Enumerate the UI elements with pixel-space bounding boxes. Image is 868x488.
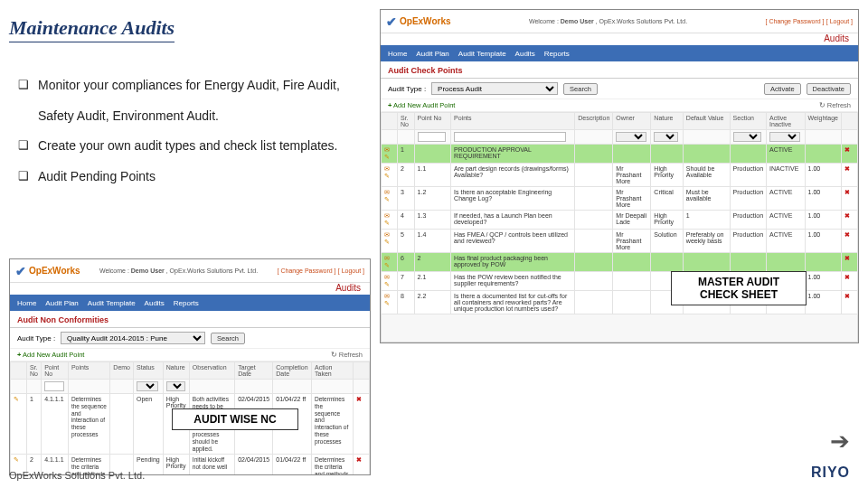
search-button[interactable]: Search	[563, 83, 598, 95]
nav-home[interactable]: Home	[17, 299, 36, 307]
audit-type-label: Audit Type :	[388, 85, 426, 93]
section-heading: Audit Check Points	[381, 61, 858, 79]
welcome-text: Welcome : Demo User , OpEx.Works Solutio…	[529, 18, 687, 24]
add-audit-point-link[interactable]: Add New Audit Point	[393, 101, 455, 109]
grid-header-row: Sr. No Point No Points Demo Status Natur…	[11, 362, 370, 380]
delete-icon[interactable]: ✖	[844, 146, 850, 153]
plus-icon: +	[388, 101, 392, 109]
delete-icon[interactable]: ✖	[844, 274, 850, 280]
plus-icon: +	[17, 351, 21, 359]
message-icon[interactable]: ✉	[384, 212, 390, 219]
nav-audit-plan[interactable]: Audit Plan	[416, 50, 448, 58]
app-logo: ✔ OpExWorks	[386, 14, 451, 29]
nav-reports[interactable]: Reports	[174, 299, 199, 307]
message-icon[interactable]: ✉	[384, 255, 390, 261]
filter-input[interactable]	[454, 132, 566, 142]
edit-icon[interactable]: ✎	[384, 196, 390, 202]
delete-icon[interactable]: ✖	[844, 212, 850, 219]
message-icon[interactable]: ✉	[384, 274, 390, 280]
nav-audits[interactable]: Audits	[515, 50, 535, 58]
grid-filter-row	[382, 130, 858, 145]
app-nav: Home Audit Plan Audit Template Audits Re…	[381, 45, 858, 61]
filter-input[interactable]	[418, 132, 447, 142]
logout-link[interactable]: [ Logout ]	[826, 18, 853, 24]
app-logo: ✔ OpExWorks	[15, 264, 80, 278]
filter-select[interactable]	[137, 381, 158, 391]
app-nav: Home Audit Plan Audit Template Audits Re…	[10, 295, 370, 311]
edit-icon[interactable]: ✎	[384, 239, 390, 245]
audit-type-label: Audit Type :	[17, 334, 55, 343]
edit-icon[interactable]: ✎	[384, 262, 390, 268]
bullet-item: Create your own audit types and check li…	[18, 131, 369, 162]
message-icon[interactable]: ✉	[384, 293, 390, 299]
edit-icon[interactable]: ✎	[384, 154, 390, 160]
activate-button[interactable]: Activate	[764, 83, 801, 95]
change-password-link[interactable]: [ Change Password ]	[278, 267, 336, 274]
nav-audit-plan[interactable]: Audit Plan	[45, 299, 78, 307]
footer-brand: RIYO	[811, 465, 850, 481]
edit-icon[interactable]: ✎	[14, 456, 19, 463]
nav-audit-template[interactable]: Audit Template	[88, 299, 136, 307]
edit-icon[interactable]: ✎	[14, 396, 19, 402]
audit-type-select[interactable]: Process Audit	[431, 82, 558, 95]
bullet-item: Monitor your compliances for Energy Audi…	[18, 70, 369, 131]
welcome-text: Welcome : Demo User , OpEx.Works Solutio…	[99, 267, 258, 274]
add-audit-point-link[interactable]: Add New Audit Point	[23, 351, 84, 359]
delete-icon[interactable]: ✖	[844, 165, 850, 172]
delete-icon[interactable]: ✖	[844, 293, 850, 299]
delete-icon[interactable]: ✖	[844, 189, 850, 195]
refresh-link[interactable]: ↻ Refresh	[331, 351, 363, 359]
table-row: ✉ ✎51.4Has FMEA / QCP / controls been ut…	[382, 230, 858, 253]
filter-input[interactable]	[44, 381, 64, 391]
deactivate-button[interactable]: Deactivate	[807, 83, 851, 95]
message-icon[interactable]: ✉	[384, 231, 390, 238]
message-icon[interactable]: ✉	[384, 146, 390, 153]
table-row: ✉ ✎41.3If needed, has a Launch Plan been…	[382, 211, 858, 230]
table-row: ✉ ✎62Has final product packaging been ap…	[382, 253, 858, 272]
nav-audit-template[interactable]: Audit Template	[458, 50, 506, 58]
search-button[interactable]: Search	[211, 333, 245, 344]
filter-select[interactable]	[769, 132, 800, 142]
callout-master: MASTER AUDIT CHECK SHEET	[671, 271, 807, 305]
delete-icon[interactable]: ✖	[844, 255, 850, 261]
table-row: ✉ ✎21.1Are part design records (drawings…	[382, 164, 858, 187]
audit-type-select[interactable]: Quality Audit 2014-2015 : Pune	[61, 332, 205, 344]
module-tag: Audits	[824, 33, 853, 43]
filter-select[interactable]	[166, 381, 185, 391]
next-arrow-icon[interactable]: ➔	[830, 427, 850, 455]
logo-swish-icon: ✔	[386, 14, 397, 29]
table-row: ✉ ✎31.2Is there an acceptable Engineerin…	[382, 187, 858, 211]
refresh-link[interactable]: ↻ Refresh	[819, 101, 851, 109]
table-row: ✉ ✎1PRODUCTION APPROVAL REQUIREMENTACTIV…	[382, 145, 858, 164]
logout-link[interactable]: [ Logout ]	[338, 267, 364, 274]
edit-icon[interactable]: ✎	[384, 220, 390, 226]
grid-filter-row	[11, 380, 370, 394]
delete-icon[interactable]: ✖	[356, 456, 362, 463]
nav-audits[interactable]: Audits	[145, 299, 165, 307]
message-icon[interactable]: ✉	[384, 165, 390, 172]
screenshot-audit-nc: ✔ OpExWorks Welcome : Demo User , OpEx.W…	[9, 258, 371, 475]
filter-select[interactable]	[733, 132, 762, 142]
filter-select[interactable]	[616, 132, 646, 142]
bullet-list: Monitor your compliances for Energy Audi…	[18, 70, 369, 192]
edit-icon[interactable]: ✎	[384, 300, 390, 306]
nav-home[interactable]: Home	[388, 50, 407, 58]
edit-icon[interactable]: ✎	[384, 173, 390, 179]
change-password-link[interactable]: [ Change Password ]	[766, 18, 825, 24]
message-icon[interactable]: ✉	[384, 189, 390, 195]
nav-reports[interactable]: Reports	[544, 50, 570, 58]
grid-header-row: Sr. No Point No Points Description Owner…	[382, 113, 858, 130]
filter-select[interactable]	[654, 132, 678, 142]
footer-company: OpExWorks Solutions Pvt. Ltd.	[9, 470, 145, 481]
delete-icon[interactable]: ✖	[356, 396, 362, 402]
callout-nc: AUDIT WISE NC	[172, 408, 298, 430]
module-tag: Audits	[335, 283, 364, 293]
edit-icon[interactable]: ✎	[384, 281, 390, 287]
logo-swish-icon: ✔	[15, 264, 26, 278]
delete-icon[interactable]: ✖	[844, 231, 850, 238]
page-title: Maintenance Audits	[9, 16, 175, 42]
section-heading: Audit Non Conformities	[10, 311, 370, 328]
bullet-item: Audit Pending Points	[18, 162, 369, 192]
